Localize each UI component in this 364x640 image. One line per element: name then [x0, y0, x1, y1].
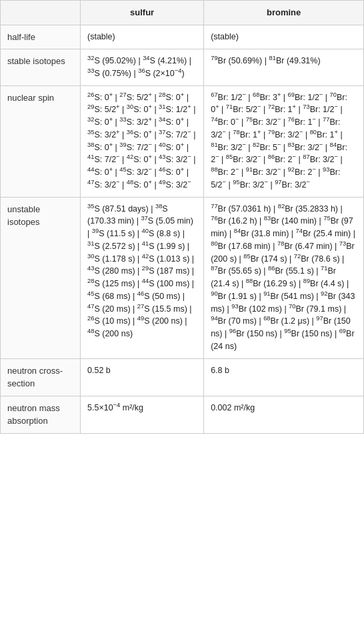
sulfur-nuclear-spin: 26S: 0+ | 27S: 5/2+ | 28S: 0+ | 29S: 5/2…: [81, 85, 204, 197]
row-label-neutron-cross: neutron cross-section: [1, 358, 81, 396]
bromine-nuclear-spin: 67Br: 1/2− | 68Br: 3+ | 69Br: 1/2− | 70B…: [204, 85, 364, 197]
col-header-label: [1, 1, 81, 25]
col-header-sulfur: sulfur: [81, 1, 204, 25]
table-row: unstable isotopes 35S (87.51 days) | 38S…: [1, 197, 364, 358]
bromine-halflife: (stable): [204, 25, 364, 49]
sulfur-halflife: (stable): [81, 25, 204, 49]
row-label-stable-isotopes: stable isotopes: [1, 49, 81, 86]
table-row: nuclear spin 26S: 0+ | 27S: 5/2+ | 28S: …: [1, 85, 364, 197]
bromine-unstable-isotopes: 77Br (57.0361 h) | 82Br (35.2833 h) | 76…: [204, 197, 364, 358]
table-row: stable isotopes 32S (95.02%) | 34S (4.21…: [1, 49, 364, 86]
sulfur-stable-isotopes: 32S (95.02%) | 34S (4.21%) | 33S (0.75%)…: [81, 49, 204, 86]
row-label-unstable-isotopes: unstable isotopes: [1, 197, 81, 358]
row-label-halflife: half-life: [1, 25, 81, 49]
sulfur-neutron-mass: 5.5×10−4 m²/kg: [81, 396, 204, 433]
comparison-table: sulfur bromine half-life (stable) (stabl…: [0, 0, 364, 434]
col-header-bromine: bromine: [204, 1, 364, 25]
row-label-nuclear-spin: nuclear spin: [1, 85, 81, 197]
table-row: neutron cross-section 0.52 b 6.8 b: [1, 358, 364, 396]
bromine-neutron-mass: 0.002 m²/kg: [204, 396, 364, 433]
bromine-neutron-cross: 6.8 b: [204, 358, 364, 396]
row-label-neutron-mass: neutron mass absorption: [1, 396, 81, 433]
sulfur-unstable-isotopes: 35S (87.51 days) | 38S (170.33 min) | 37…: [81, 197, 204, 358]
table-row: half-life (stable) (stable): [1, 25, 364, 49]
sulfur-neutron-cross: 0.52 b: [81, 358, 204, 396]
bromine-stable-isotopes: 79Br (50.69%) | 81Br (49.31%): [204, 49, 364, 86]
table-row: neutron mass absorption 5.5×10−4 m²/kg 0…: [1, 396, 364, 433]
